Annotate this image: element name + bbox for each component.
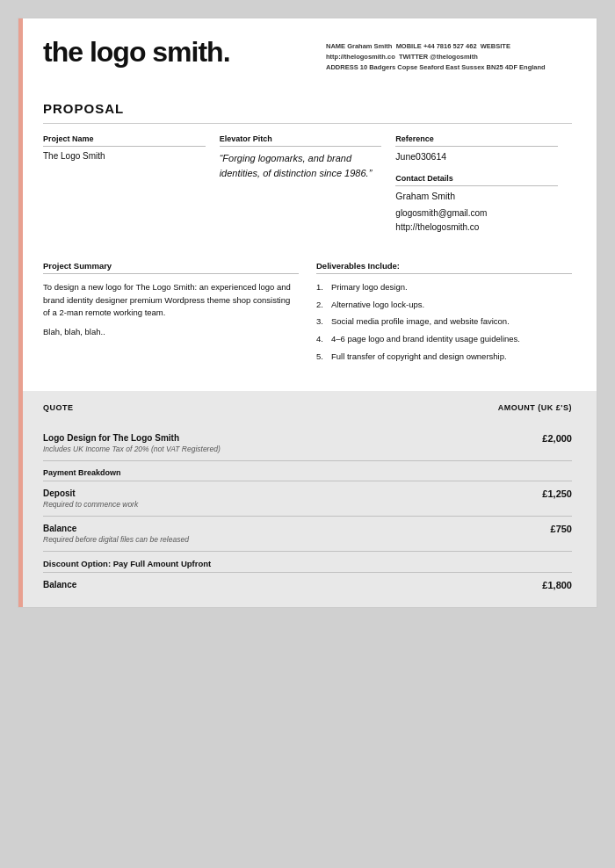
quote-section: QUOTE AMOUNT (UK £'s) Logo Design for Th… [18,391,597,607]
mobile-label: MOBILE [396,42,422,50]
project-summary-blah: Blah, blah, blah.. [43,327,299,336]
balance-row: Balance Required before digital files ca… [43,517,572,552]
document-page: the logo smith. NAME Graham Smith MOBILE… [18,18,597,608]
project-name-value: The Logo Smith [43,151,206,161]
project-name-col: Project Name The Logo Smith [43,134,220,235]
contact-details-label: Contact Details [395,174,558,186]
reference-value: June030614 [395,151,558,162]
list-item: 5.Full transfer of copyright and design … [316,351,572,364]
project-summary-text: To design a new logo for The Logo Smith:… [43,281,299,320]
list-item: 2.Alternative logo lock-ups. [316,299,572,312]
header: the logo smith. NAME Graham Smith MOBILE… [18,18,597,85]
header-contact: NAME Graham Smith MOBILE +44 7816 527 46… [326,38,572,73]
logo-design-row: Logo Design for The Logo Smith Includes … [43,426,572,461]
project-summary-label: Project Summary [43,261,299,274]
project-summary-col: Project Summary To design a new logo for… [43,261,299,368]
contact-website-info: http://thelogosmith.co [395,222,479,232]
list-item: 3.Social media profile image, and websit… [316,315,572,329]
project-name-label: Project Name [43,134,206,147]
elevator-pitch-value: “Forging logomarks, and brand identities… [220,151,382,180]
list-item: 4.4–6 page logo and brand identity usage… [316,333,572,346]
deposit-amount: £1,250 [542,488,572,499]
summary-section: Project Summary To design a new logo for… [18,243,597,382]
deposit-info: Deposit Required to commence work [43,488,138,509]
contact-website: http://thelogosmith.co [326,53,395,61]
reference-label: Reference [395,134,558,147]
balance-info: Balance Required before digital files ca… [43,524,189,544]
deliverables-label: Deliverables Include: [316,261,572,274]
contact-address: 10 Badgers Copse Seaford East Sussex BN2… [360,63,546,71]
discount-balance-title: Balance [43,580,76,590]
website-label: WEBSITE [481,42,510,50]
balance-amount: £750 [551,524,572,534]
contact-twitter: @thelogosmith [430,53,477,61]
quote-header: QUOTE AMOUNT (UK £'s) [43,403,572,417]
info-grid: Project Name The Logo Smith Elevator Pit… [43,134,572,235]
deliverables-list: 1.Primary logo design. 2.Alternative log… [316,281,572,364]
balance-sub: Required before digital files can be rel… [43,535,189,544]
discount-balance-amount: £1,800 [542,580,572,590]
elevator-pitch-label: Elevator Pitch [220,134,382,147]
discount-balance-row: Balance £1,800 [43,573,572,591]
reference-col: Reference June030614 Contact Details Gra… [395,134,572,235]
discount-label: Discount Option: Pay Full Amount Upfront [43,559,572,568]
elevator-pitch-col: Elevator Pitch “Forging logomarks, and b… [220,134,396,235]
logo-design-amount: £2,000 [542,433,572,444]
contact-mobile: +44 7816 527 462 [423,42,477,50]
deliverables-col: Deliverables Include: 1.Primary logo des… [316,261,572,368]
list-item: 1.Primary logo design. [316,281,572,294]
payment-breakdown-label: Payment Breakdown [43,461,572,481]
contact-info: glogosmith@gmail.com http://thelogosmith… [395,206,558,235]
logo-design-title: Logo Design for The Logo Smith [43,433,221,443]
company-logo: the logo smith. [43,38,230,66]
amount-label: AMOUNT (UK £'s) [498,403,572,412]
quote-label: QUOTE [43,403,74,412]
balance-title: Balance [43,524,189,533]
contact-name: Graham Smith [347,42,392,50]
deposit-title: Deposit [43,488,138,498]
deposit-sub: Required to commence work [43,500,138,509]
name-label: NAME [326,42,345,50]
discount-balance-info: Balance [43,580,76,591]
contact-email: glogosmith@gmail.com [395,208,487,218]
twitter-label: TWITTER [399,53,428,61]
logo-design-sub: Includes UK Income Tax of 20% (not VAT R… [43,445,221,453]
deposit-row: Deposit Required to commence work £1,250 [43,481,572,517]
proposal-section: PROPOSAL Project Name The Logo Smith Ele… [18,85,597,243]
discount-row: Discount Option: Pay Full Amount Upfront [43,552,572,573]
proposal-title: PROPOSAL [43,101,572,124]
logo-design-info: Logo Design for The Logo Smith Includes … [43,433,221,453]
contact-person-name: Graham Smith [395,191,558,201]
address-label: ADDRESS [326,63,358,71]
